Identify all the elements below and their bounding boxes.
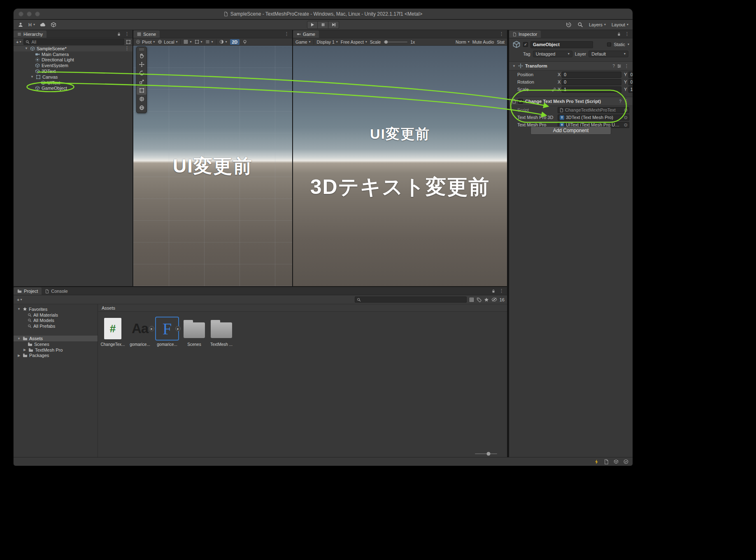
maximize-window-icon[interactable] xyxy=(35,12,40,16)
stats-button[interactable]: Stat xyxy=(497,40,505,44)
foldout-closed-icon[interactable]: ▶ xyxy=(17,354,21,357)
component-enabled-checkbox[interactable]: ✓ xyxy=(518,99,523,104)
rotation-y-field[interactable] xyxy=(628,79,633,85)
hidden-packages-icon[interactable] xyxy=(491,297,497,302)
foldout-open-icon[interactable]: ▼ xyxy=(17,337,21,341)
titlebar[interactable]: SampleScene - TextMeshProCreate - Window… xyxy=(14,9,633,19)
lock-icon[interactable] xyxy=(491,289,495,293)
mute-audio-button[interactable]: Mute Audio xyxy=(472,40,494,44)
step-button[interactable] xyxy=(328,21,339,29)
scene-lighting-icon[interactable] xyxy=(242,40,247,44)
hierarchy-item-directional-light[interactable]: Directional Light xyxy=(14,57,133,63)
hierarchy-item-gameobject[interactable]: GameObject xyxy=(14,86,133,91)
project-add-button[interactable]: + ▾ xyxy=(16,297,23,302)
scale-tool-button[interactable] xyxy=(137,77,147,86)
game-viewport[interactable]: UI変更前 3Dテキスト変更前 xyxy=(293,46,507,286)
scale-slider-knob[interactable] xyxy=(384,40,388,44)
text-mesh-pro-3d-object-field[interactable]: T 3DText (Text Mesh Pro) ⊙ xyxy=(558,114,629,121)
layers-dropdown[interactable]: Layers ▾ xyxy=(589,22,606,27)
lock-icon[interactable] xyxy=(617,32,621,36)
help-icon[interactable]: ? xyxy=(612,64,615,68)
script-component-header[interactable]: ✓ Change Text Mexh Pro Text (Script) ? ⋮ xyxy=(509,97,633,106)
favorites-header[interactable]: ▼ Favorites xyxy=(14,306,98,312)
2d-toggle-button[interactable]: 2D xyxy=(230,39,240,45)
console-status-icon[interactable] xyxy=(604,459,609,464)
tab-hierarchy[interactable]: Hierarchy xyxy=(14,30,47,38)
panel-menu-icon[interactable]: ⋮ xyxy=(498,288,505,294)
search-by-label-icon[interactable] xyxy=(477,297,482,302)
play-button[interactable] xyxy=(307,21,318,29)
view-tool-button[interactable] xyxy=(137,51,147,60)
close-window-icon[interactable] xyxy=(19,12,23,16)
search-by-type-icon[interactable] xyxy=(469,297,474,302)
aspect-dropdown[interactable]: Free Aspect ▾ xyxy=(341,40,367,44)
panel-menu-icon[interactable]: ⋮ xyxy=(284,31,290,37)
active-checkbox[interactable]: ✓ xyxy=(523,42,528,47)
panel-menu-icon[interactable]: ⋮ xyxy=(624,31,630,37)
account-icon[interactable] xyxy=(18,22,23,28)
layout-dropdown[interactable]: Layout ▾ xyxy=(612,22,628,27)
scale-y-field[interactable] xyxy=(628,86,633,93)
undo-history-icon[interactable] xyxy=(566,22,572,28)
script-object-field[interactable]: ChangeTextMexhProText ⊙ xyxy=(558,107,629,113)
hierarchy-add-button[interactable]: + ▾ xyxy=(15,40,22,44)
favorites-star-icon[interactable] xyxy=(484,297,489,302)
pivot-dropdown[interactable]: Pivot ▾ xyxy=(136,40,155,44)
foldout-closed-icon[interactable]: ▶ xyxy=(23,348,27,352)
project-search-input[interactable] xyxy=(363,297,465,302)
scene-menu-icon[interactable]: ⋮ xyxy=(124,46,130,51)
add-component-button[interactable]: Add Component xyxy=(530,126,611,135)
package-icon[interactable] xyxy=(51,22,56,28)
scale-slider[interactable] xyxy=(384,42,407,42)
orientation-dropdown[interactable]: Local ▾ xyxy=(158,40,177,44)
rect-tool-button[interactable] xyxy=(137,86,147,95)
hierarchy-item-uitext[interactable]: UIText xyxy=(14,80,133,86)
lock-icon[interactable] xyxy=(117,32,121,36)
hierarchy-scene-row[interactable]: ▼ SampleScene* ⋮ xyxy=(14,46,133,51)
asset-item-tmp-font[interactable]: F ▸ gomarice... xyxy=(154,317,180,347)
asset-item-textmesh-folder[interactable]: TextMesh ... xyxy=(209,317,234,347)
scale-x-field[interactable] xyxy=(562,86,621,93)
tree-item-textmesh-pro[interactable]: ▶ TextMesh Pro xyxy=(14,347,98,353)
favorite-all-models[interactable]: All Models xyxy=(14,318,98,324)
panel-menu-icon[interactable]: ⋮ xyxy=(124,31,130,37)
chevron-down-icon[interactable]: ▾ xyxy=(628,43,629,46)
foldout-open-icon[interactable]: ▼ xyxy=(512,64,516,68)
package-status-icon[interactable] xyxy=(614,459,619,464)
layer-dropdown[interactable]: Default ▾ xyxy=(589,51,628,57)
tab-scene[interactable]: Scene xyxy=(133,30,160,38)
tab-console[interactable]: Console xyxy=(42,287,71,295)
rotate-tool-button[interactable] xyxy=(137,69,147,77)
hierarchy-item-main-camera[interactable]: Main Camera xyxy=(14,51,133,57)
progress-status-icon[interactable] xyxy=(623,459,628,464)
zoom-slider-knob[interactable] xyxy=(487,452,491,456)
position-x-field[interactable] xyxy=(562,72,621,78)
transform-tool-button[interactable] xyxy=(137,95,147,103)
foldout-open-icon[interactable]: ▼ xyxy=(30,75,34,79)
grid-visibility-dropdown[interactable]: ▾ xyxy=(184,40,191,44)
favorite-all-materials[interactable]: All Materials xyxy=(14,312,98,318)
asset-item-font[interactable]: Aa ▸ gomarice... xyxy=(127,317,153,347)
tree-item-scenes[interactable]: Scenes xyxy=(14,341,98,347)
component-menu-icon[interactable]: ⋮ xyxy=(623,63,630,69)
display-dropdown[interactable]: Display 1 ▾ xyxy=(317,40,338,44)
preset-icon[interactable] xyxy=(617,64,621,68)
rotation-x-field[interactable] xyxy=(562,79,621,85)
favorite-all-prefabs[interactable]: All Prefabs xyxy=(14,323,98,329)
account-dropdown[interactable]: H ▾ xyxy=(28,22,35,27)
tab-project[interactable]: Project xyxy=(14,287,42,295)
object-picker-icon[interactable]: ⊙ xyxy=(624,107,628,113)
hierarchy-item-3dtext[interactable]: 3DText xyxy=(14,68,133,74)
tree-item-packages[interactable]: ▶ Packages xyxy=(14,353,98,359)
gameobject-name-field[interactable] xyxy=(530,41,593,48)
tag-dropdown[interactable]: Untagged ▾ xyxy=(533,51,572,57)
tree-item-assets[interactable]: ▼ Assets xyxy=(14,336,98,341)
foldout-open-icon[interactable]: ▼ xyxy=(24,47,28,50)
increment-snap-dropdown[interactable]: ▾ xyxy=(205,40,213,44)
scene-picker-icon[interactable] xyxy=(126,40,131,44)
scene-viewport[interactable]: UI変更前 xyxy=(133,46,292,286)
snap-dropdown[interactable]: ▾ xyxy=(195,40,202,44)
transform-header[interactable]: ▼ Transform ? ⋮ xyxy=(509,61,633,70)
panel-menu-icon[interactable]: ⋮ xyxy=(498,31,505,37)
hierarchy-item-eventsystem[interactable]: EventSystem xyxy=(14,63,133,68)
